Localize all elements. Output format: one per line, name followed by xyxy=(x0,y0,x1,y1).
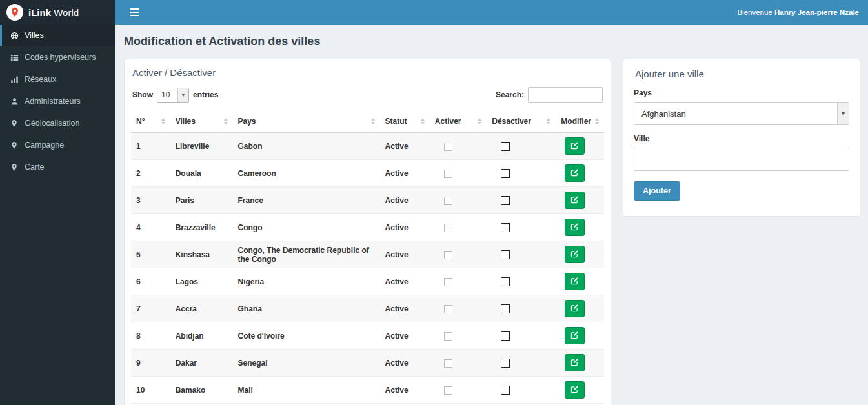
column-header-num[interactable]: N° xyxy=(131,110,170,133)
cell-activer xyxy=(430,350,487,377)
activer-checkbox xyxy=(444,197,452,205)
column-label: Activer xyxy=(435,117,461,126)
table-row: 10BamakoMaliActive xyxy=(131,377,604,404)
sidebar-item-villes[interactable]: Villes xyxy=(0,25,115,46)
table-row: 5KinshasaCongo, The Democratic Republic … xyxy=(131,241,604,268)
cell-activer xyxy=(430,214,487,241)
desactiver-checkbox[interactable] xyxy=(501,331,510,341)
sidebar-item-geolocalisation[interactable]: Géolocalisation xyxy=(0,112,115,134)
desactiver-checkbox[interactable] xyxy=(501,359,510,368)
add-city-button[interactable]: Ajouter xyxy=(634,181,680,201)
pin-icon xyxy=(10,163,19,172)
sidebar-menu: VillesCodes hyperviseursRéseauxAdministr… xyxy=(0,25,115,178)
sort-icon xyxy=(547,118,550,124)
activer-checkbox xyxy=(444,305,452,313)
cell-modifier xyxy=(556,160,604,187)
sidebar-item-administrateurs[interactable]: Administrateurs xyxy=(0,90,115,112)
edit-icon xyxy=(570,195,579,206)
edit-button[interactable] xyxy=(565,137,585,155)
sort-icon xyxy=(478,118,481,124)
entries-label: entries xyxy=(193,90,218,99)
edit-button[interactable] xyxy=(565,219,585,236)
cell-ville: Accra xyxy=(170,295,233,322)
cell-ville: Paris xyxy=(170,187,233,214)
activer-checkbox xyxy=(444,170,452,178)
cell-pays: Senegal xyxy=(233,350,380,377)
cell-statut: Active xyxy=(380,350,430,377)
cell-ville: Kinshasa xyxy=(170,241,233,268)
table-row: 6LagosNigeriaActive xyxy=(131,268,604,295)
cities-table: N°VillesPaysStatutActiverDésactiverModif… xyxy=(131,110,604,404)
column-header-villes[interactable]: Villes xyxy=(170,110,233,133)
cell-desactiver xyxy=(487,268,556,295)
column-header-pays[interactable]: Pays xyxy=(233,110,380,133)
edit-button[interactable] xyxy=(565,273,585,290)
add-panel-title: Ajouter une ville xyxy=(635,68,849,79)
hamburger-icon xyxy=(130,8,139,16)
country-select[interactable]: Afghanistan xyxy=(634,102,849,125)
desactiver-checkbox[interactable] xyxy=(501,196,510,205)
column-header-modifier[interactable]: Modifier xyxy=(556,110,604,133)
column-header-desactiver[interactable]: Désactiver xyxy=(487,110,556,133)
cell-pays: Gabon xyxy=(233,133,380,160)
column-label: Villes xyxy=(176,117,196,126)
cell-modifier xyxy=(556,377,604,404)
cell-pays: Congo, The Democratic Republic of the Co… xyxy=(233,241,380,268)
sidebar-item-carte[interactable]: Carte xyxy=(0,156,115,178)
cell-num: 9 xyxy=(131,350,170,377)
sidebar-toggle-button[interactable] xyxy=(124,0,146,25)
desactiver-checkbox[interactable] xyxy=(501,250,510,259)
desactiver-checkbox[interactable] xyxy=(501,223,510,232)
desactiver-checkbox[interactable] xyxy=(501,142,510,151)
cell-desactiver xyxy=(487,350,556,377)
table-row: 2DoualaCameroonActive xyxy=(131,160,604,187)
column-header-statut[interactable]: Statut xyxy=(380,110,430,133)
desactiver-checkbox[interactable] xyxy=(501,277,510,286)
search-input[interactable] xyxy=(528,87,603,103)
cell-activer xyxy=(430,187,487,214)
table-row: 9DakarSenegalActive xyxy=(131,350,604,377)
cell-activer xyxy=(430,295,487,322)
desactiver-checkbox[interactable] xyxy=(501,386,510,395)
edit-icon xyxy=(570,250,579,260)
sidebar-item-reseaux[interactable]: Réseaux xyxy=(0,68,115,90)
brand[interactable]: iLink World xyxy=(0,0,115,25)
city-input[interactable] xyxy=(634,148,849,171)
sidebar-item-codes-hyperviseurs[interactable]: Codes hyperviseurs xyxy=(0,46,115,68)
sidebar-item-campagne[interactable]: Campagne xyxy=(0,134,115,156)
edit-button[interactable] xyxy=(565,300,585,317)
desactiver-checkbox[interactable] xyxy=(501,304,510,313)
column-label: Désactiver xyxy=(492,117,531,126)
cell-activer xyxy=(430,133,487,160)
sort-icon xyxy=(371,118,375,124)
cell-statut: Active xyxy=(380,187,430,214)
cell-pays: Cameroon xyxy=(233,160,380,187)
edit-icon xyxy=(570,331,579,341)
sidebar-item-label: Géolocalisation xyxy=(25,119,79,128)
activer-checkbox xyxy=(444,251,452,259)
welcome-text: Bienvenue Hanry Jean-pierre Nzale xyxy=(737,8,859,16)
cell-desactiver xyxy=(487,241,556,268)
cell-pays: Cote d'Ivoire xyxy=(233,322,380,350)
cell-activer xyxy=(430,268,487,295)
city-label: Ville xyxy=(634,134,849,143)
cell-desactiver xyxy=(487,377,556,404)
column-label: Statut xyxy=(385,117,407,126)
cell-statut: Active xyxy=(380,214,430,241)
table-row: 8AbidjanCote d'IvoireActive xyxy=(131,322,604,350)
edit-button[interactable] xyxy=(565,381,585,399)
sidebar-item-label: Villes xyxy=(25,31,44,40)
desactiver-checkbox[interactable] xyxy=(501,169,510,178)
edit-button[interactable] xyxy=(565,164,585,182)
edit-button[interactable] xyxy=(565,327,585,344)
cell-num: 1 xyxy=(131,133,170,160)
column-label: N° xyxy=(136,117,145,126)
page-length-select[interactable]: 10 xyxy=(157,88,189,103)
edit-button[interactable] xyxy=(565,354,585,371)
column-header-activer[interactable]: Activer xyxy=(430,110,487,133)
edit-button[interactable] xyxy=(565,192,585,209)
cell-activer xyxy=(430,160,487,187)
edit-button[interactable] xyxy=(565,246,585,263)
search-label: Search: xyxy=(496,90,524,99)
cell-num: 10 xyxy=(131,377,170,404)
